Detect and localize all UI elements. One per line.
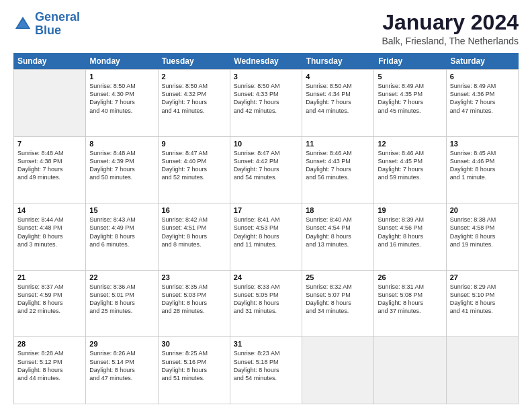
header-day-friday: Friday — [374, 53, 446, 69]
daylight-minutes: and 41 minutes. — [162, 107, 226, 115]
cal-cell: 25Sunrise: 8:32 AMSunset: 5:07 PMDayligh… — [302, 271, 374, 337]
sunset: Sunset: 4:39 PM — [89, 157, 154, 165]
location: Balk, Friesland, The Netherlands — [382, 36, 519, 46]
day-number: 5 — [378, 73, 442, 81]
cal-cell: 15Sunrise: 8:43 AMSunset: 4:49 PMDayligh… — [86, 203, 158, 270]
sunset: Sunset: 4:49 PM — [89, 224, 154, 232]
daylight-hours: Daylight: 8 hours — [162, 232, 226, 240]
daylight-minutes: and 8 minutes. — [162, 240, 226, 248]
daylight-minutes: and 50 minutes. — [89, 173, 154, 181]
cal-cell: 3Sunrise: 8:50 AMSunset: 4:33 PMDaylight… — [230, 70, 302, 136]
sunrise: Sunrise: 8:35 AM — [162, 283, 226, 291]
sunrise: Sunrise: 8:23 AM — [234, 349, 298, 357]
day-number: 15 — [89, 206, 154, 214]
cal-cell — [447, 337, 519, 404]
logo-general: General — [35, 10, 80, 24]
day-number: 26 — [378, 273, 442, 281]
daylight-minutes: and 31 minutes. — [234, 307, 298, 315]
cal-cell: 16Sunrise: 8:42 AMSunset: 4:51 PMDayligh… — [159, 203, 230, 270]
sunrise: Sunrise: 8:47 AM — [234, 149, 298, 157]
daylight-hours: Daylight: 8 hours — [162, 366, 226, 374]
sunset: Sunset: 5:03 PM — [162, 291, 226, 299]
daylight-minutes: and 41 minutes. — [450, 307, 515, 315]
header-day-tuesday: Tuesday — [158, 53, 230, 69]
sunset: Sunset: 5:08 PM — [378, 291, 442, 299]
daylight-minutes: and 47 minutes. — [450, 107, 515, 115]
cal-cell: 19Sunrise: 8:39 AMSunset: 4:56 PMDayligh… — [374, 203, 446, 270]
sunset: Sunset: 4:51 PM — [162, 224, 226, 232]
daylight-hours: Daylight: 8 hours — [162, 299, 226, 307]
daylight-minutes: and 44 minutes. — [306, 107, 370, 115]
sunset: Sunset: 5:01 PM — [89, 291, 154, 299]
daylight-minutes: and 51 minutes. — [162, 374, 226, 382]
sunrise: Sunrise: 8:44 AM — [17, 216, 82, 224]
day-number: 16 — [162, 206, 226, 214]
sunrise: Sunrise: 8:41 AM — [234, 216, 298, 224]
day-number: 18 — [306, 206, 370, 214]
day-number: 12 — [378, 140, 442, 148]
daylight-hours: Daylight: 8 hours — [234, 232, 298, 240]
sunset: Sunset: 5:07 PM — [306, 291, 370, 299]
daylight-minutes: and 34 minutes. — [306, 307, 370, 315]
daylight-hours: Daylight: 8 hours — [89, 366, 154, 374]
daylight-hours: Daylight: 7 hours — [17, 165, 82, 173]
sunrise: Sunrise: 8:48 AM — [17, 149, 82, 157]
sunset: Sunset: 4:34 PM — [306, 90, 370, 98]
day-number: 6 — [450, 73, 515, 81]
daylight-hours: Daylight: 7 hours — [306, 165, 370, 173]
cal-cell: 28Sunrise: 8:28 AMSunset: 5:12 PMDayligh… — [14, 337, 86, 404]
sunset: Sunset: 5:18 PM — [234, 358, 298, 366]
sunrise: Sunrise: 8:36 AM — [89, 283, 154, 291]
cal-cell: 17Sunrise: 8:41 AMSunset: 4:53 PMDayligh… — [230, 203, 302, 270]
sunset: Sunset: 4:48 PM — [17, 224, 82, 232]
cal-cell: 10Sunrise: 8:47 AMSunset: 4:42 PMDayligh… — [230, 137, 302, 203]
sunset: Sunset: 4:35 PM — [378, 90, 442, 98]
cal-cell: 22Sunrise: 8:36 AMSunset: 5:01 PMDayligh… — [86, 271, 158, 337]
month-title: January 2024 — [382, 11, 519, 34]
header-day-thursday: Thursday — [302, 53, 374, 69]
page: General Blue January 2024 Balk, Frieslan… — [0, 0, 532, 411]
day-number: 10 — [234, 140, 298, 148]
daylight-minutes: and 3 minutes. — [17, 240, 82, 248]
daylight-hours: Daylight: 7 hours — [89, 98, 154, 106]
daylight-hours: Daylight: 8 hours — [234, 366, 298, 374]
sunset: Sunset: 4:43 PM — [306, 157, 370, 165]
sunrise: Sunrise: 8:25 AM — [162, 349, 226, 357]
cal-cell: 13Sunrise: 8:45 AMSunset: 4:46 PMDayligh… — [447, 137, 519, 203]
cal-cell — [374, 337, 446, 404]
daylight-hours: Daylight: 8 hours — [450, 232, 515, 240]
day-number: 13 — [450, 140, 515, 148]
cal-cell: 11Sunrise: 8:46 AMSunset: 4:43 PMDayligh… — [302, 137, 374, 203]
daylight-hours: Daylight: 7 hours — [162, 165, 226, 173]
cal-cell: 2Sunrise: 8:50 AMSunset: 4:32 PMDaylight… — [159, 70, 230, 136]
daylight-minutes: and 47 minutes. — [89, 374, 154, 382]
day-number: 9 — [162, 140, 226, 148]
sunrise: Sunrise: 8:43 AM — [89, 216, 154, 224]
sunset: Sunset: 4:58 PM — [450, 224, 515, 232]
day-number: 3 — [234, 73, 298, 81]
sunrise: Sunrise: 8:50 AM — [306, 82, 370, 90]
daylight-hours: Daylight: 7 hours — [89, 165, 154, 173]
sunset: Sunset: 5:12 PM — [17, 358, 82, 366]
sunrise: Sunrise: 8:50 AM — [234, 82, 298, 90]
sunset: Sunset: 4:53 PM — [234, 224, 298, 232]
daylight-hours: Daylight: 8 hours — [17, 366, 82, 374]
cal-cell: 8Sunrise: 8:48 AMSunset: 4:39 PMDaylight… — [86, 137, 158, 203]
daylight-minutes: and 45 minutes. — [378, 107, 442, 115]
daylight-hours: Daylight: 8 hours — [378, 232, 442, 240]
cal-cell: 9Sunrise: 8:47 AMSunset: 4:40 PMDaylight… — [159, 137, 230, 203]
daylight-hours: Daylight: 8 hours — [378, 299, 442, 307]
calendar-header: SundayMondayTuesdayWednesdayThursdayFrid… — [13, 53, 519, 69]
day-number: 24 — [234, 273, 298, 281]
sunset: Sunset: 5:05 PM — [234, 291, 298, 299]
week-row-3: 14Sunrise: 8:44 AMSunset: 4:48 PMDayligh… — [14, 203, 519, 271]
day-number: 30 — [162, 340, 226, 348]
daylight-minutes: and 19 minutes. — [450, 240, 515, 248]
day-number: 1 — [89, 73, 154, 81]
sunset: Sunset: 4:56 PM — [378, 224, 442, 232]
daylight-minutes: and 22 minutes. — [17, 307, 82, 315]
daylight-minutes: and 56 minutes. — [306, 173, 370, 181]
header-day-sunday: Sunday — [13, 53, 85, 69]
header-day-monday: Monday — [85, 53, 157, 69]
sunrise: Sunrise: 8:28 AM — [17, 349, 82, 357]
